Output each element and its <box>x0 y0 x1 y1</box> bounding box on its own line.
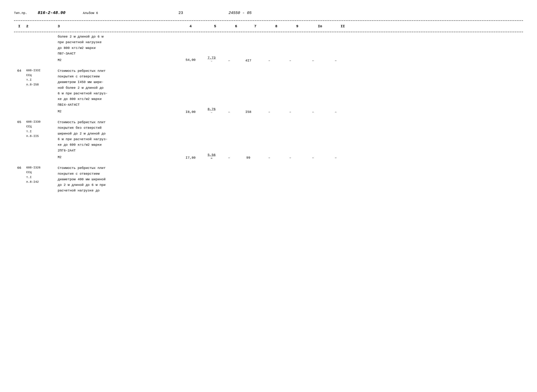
entry-64-num: 64 <box>14 68 24 114</box>
entry-64-desc: Стоимость ребристых плит покрытия с отве… <box>56 68 178 114</box>
entry-64-code: 608-I33I ССЦ т.I п.8-I58 <box>24 68 56 114</box>
cont-value-row: М2 <box>58 57 178 63</box>
entry-65-col11: – <box>325 120 346 160</box>
entry-65-code: 608-I330 ССЦ т.I п.8-II5 <box>24 120 56 160</box>
entry-66: 66 608-I326 ССЦ т.I п.8-I42 Стоимость ре… <box>14 165 523 193</box>
continuation-entry: более 2 м длиной до 6 м при расчетной на… <box>14 34 523 63</box>
entry-64-unit-row: М2 <box>58 109 178 114</box>
entry-65-qty: I7,80 <box>178 120 203 160</box>
top-dashed-line <box>14 20 523 21</box>
page-number: 23 <box>178 11 183 15</box>
cont-col10: – <box>301 34 325 63</box>
entry-65-unit-row: М2 <box>58 154 178 160</box>
header: Тип.пр. 816-2-48.90 Альбом 6 23 24550 - … <box>14 10 523 15</box>
col-header-3: 3 <box>56 24 178 28</box>
col-header-7: 7 <box>245 24 266 28</box>
cont-col6: – <box>220 34 238 63</box>
cont-unit: М2 <box>58 57 62 63</box>
entry-64-col10: – <box>301 68 325 114</box>
entry-65: 65 608-I330 ССЦ т.I п.8-II5 Стоимость ре… <box>14 120 523 160</box>
column-headers: I 2 3 4 5 6 7 8 9 Io II <box>14 23 523 30</box>
entry-65-col8: – <box>259 120 280 160</box>
entry-65-col10: – <box>301 120 325 160</box>
entry-64-col8: – <box>259 68 280 114</box>
entry-64-qty: I8,00 <box>178 68 203 114</box>
col-header-8: 8 <box>266 24 287 28</box>
entry-64: 64 608-I33I ССЦ т.I п.8-I58 Стоимость ре… <box>14 68 523 114</box>
entry-64-col5: 8,76 – <box>203 68 220 114</box>
cont-desc-line3: до 800 кгс/м2 марки <box>58 45 178 51</box>
entry-65-num: 65 <box>14 120 24 160</box>
entry-64-col9: – <box>280 68 301 114</box>
cont-desc-line2: при расчетной нагрузке <box>58 39 178 45</box>
entry-64-unit: М2 <box>58 110 62 113</box>
type-prefix: Тип.пр. <box>14 11 27 15</box>
cont-qty-val: 54,00 <box>178 58 203 62</box>
cont-col11: – <box>325 34 346 63</box>
entry-66-desc: Стоимость ребристых плит покрытия с отве… <box>56 165 178 193</box>
entry-65-col7: 99 <box>238 120 259 160</box>
entry-64-col7: I58 <box>238 68 259 114</box>
cont-desc-line4: ПВ7-ЗА4СТ <box>58 51 178 56</box>
entry-65-desc: Стоимость ребристых плит покрытия без от… <box>56 120 178 160</box>
col-header-1: I <box>14 24 24 28</box>
entry-64-col6: – <box>220 68 238 114</box>
col-header-9: 9 <box>287 24 308 28</box>
cont-col9: – <box>280 34 301 63</box>
cont-qty: 54,00 <box>178 34 203 63</box>
cont-spacer <box>14 34 56 63</box>
album-label: Альбом 6 <box>83 11 98 15</box>
cont-col5: 7,73 – <box>203 34 220 63</box>
entry-65-unit: М2 <box>58 155 62 159</box>
cont-desc-line1: более 2 м длиной до 6 м <box>58 34 178 39</box>
col-header-10: Io <box>308 24 332 28</box>
col-header-6: 6 <box>227 24 245 28</box>
entry-66-code: 608-I326 ССЦ т.I п.8-I42 <box>24 165 56 193</box>
entry-64-col11: – <box>325 68 346 114</box>
col-header-4: 4 <box>178 24 203 28</box>
col-header-2: 2 <box>24 24 56 28</box>
col-header-5: 5 <box>203 24 227 28</box>
doc-number: 24550 - 05 <box>228 11 252 15</box>
entry-66-num: 66 <box>14 165 24 193</box>
cont-desc: более 2 м длиной до 6 м при расчетной на… <box>56 34 178 63</box>
entry-65-col6: – <box>220 120 238 160</box>
bottom-header-dashed-line <box>14 32 523 32</box>
entry-65-col5: 5,56 ∞ <box>203 120 220 160</box>
cont-col8: – <box>259 34 280 63</box>
cont-col7: 4I7 <box>238 34 259 63</box>
type-number: 816-2-48.90 <box>38 10 65 15</box>
col-header-11: II <box>332 24 353 28</box>
entry-65-col9: – <box>280 120 301 160</box>
